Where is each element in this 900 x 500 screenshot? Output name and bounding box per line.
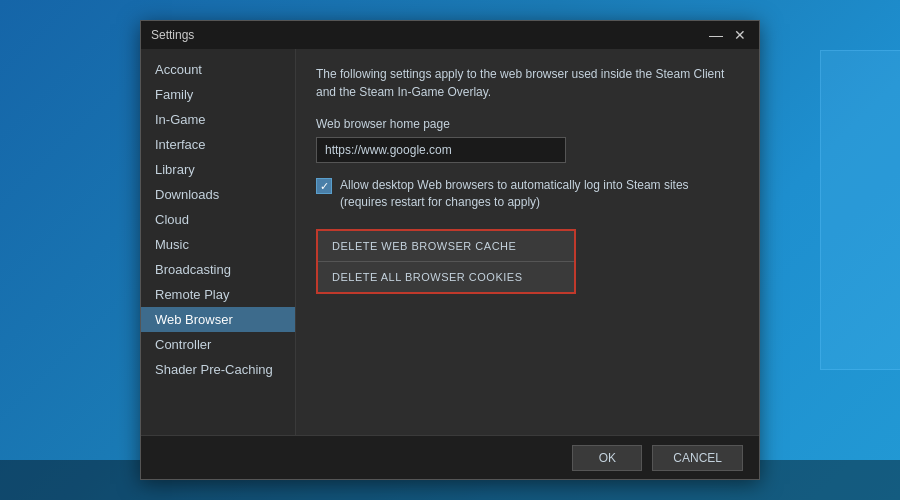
dialog-body: Account Family In-Game Interface Library…	[141, 49, 759, 435]
title-bar-controls: — ✕	[707, 28, 749, 42]
sidebar-item-broadcasting[interactable]: Broadcasting	[141, 257, 295, 282]
dialog-title: Settings	[151, 28, 194, 42]
sidebar-item-downloads[interactable]: Downloads	[141, 182, 295, 207]
sidebar-item-library[interactable]: Library	[141, 157, 295, 182]
settings-dialog: Settings — ✕ Account Family In-Game Inte…	[140, 20, 760, 480]
main-content: The following settings apply to the web …	[296, 49, 759, 435]
sidebar-item-family[interactable]: Family	[141, 82, 295, 107]
sidebar-item-remote-play[interactable]: Remote Play	[141, 282, 295, 307]
description-text: The following settings apply to the web …	[316, 65, 739, 101]
ok-button[interactable]: OK	[572, 445, 642, 471]
close-button[interactable]: ✕	[731, 28, 749, 42]
sidebar-item-music[interactable]: Music	[141, 232, 295, 257]
auto-login-label: Allow desktop Web browsers to automatica…	[340, 177, 689, 211]
delete-cache-button[interactable]: DELETE WEB BROWSER CACHE	[318, 231, 574, 262]
sidebar-item-interface[interactable]: Interface	[141, 132, 295, 157]
auto-login-row: Allow desktop Web browsers to automatica…	[316, 177, 739, 211]
minimize-button[interactable]: —	[707, 28, 725, 42]
sidebar-item-web-browser[interactable]: Web Browser	[141, 307, 295, 332]
sidebar: Account Family In-Game Interface Library…	[141, 49, 296, 435]
sidebar-item-shader-pre-caching[interactable]: Shader Pre-Caching	[141, 357, 295, 382]
cancel-button[interactable]: CANCEL	[652, 445, 743, 471]
sidebar-item-in-game[interactable]: In-Game	[141, 107, 295, 132]
dialog-footer: OK CANCEL	[141, 435, 759, 479]
home-page-input[interactable]	[316, 137, 566, 163]
sidebar-item-account[interactable]: Account	[141, 57, 295, 82]
delete-cookies-button[interactable]: DELETE ALL BROWSER COOKIES	[318, 262, 574, 292]
home-page-label: Web browser home page	[316, 117, 739, 131]
windows-accent-panel	[820, 50, 900, 370]
auto-login-checkbox[interactable]	[316, 178, 332, 194]
title-bar: Settings — ✕	[141, 21, 759, 49]
browser-action-group: DELETE WEB BROWSER CACHE DELETE ALL BROW…	[316, 229, 576, 294]
sidebar-item-cloud[interactable]: Cloud	[141, 207, 295, 232]
sidebar-item-controller[interactable]: Controller	[141, 332, 295, 357]
